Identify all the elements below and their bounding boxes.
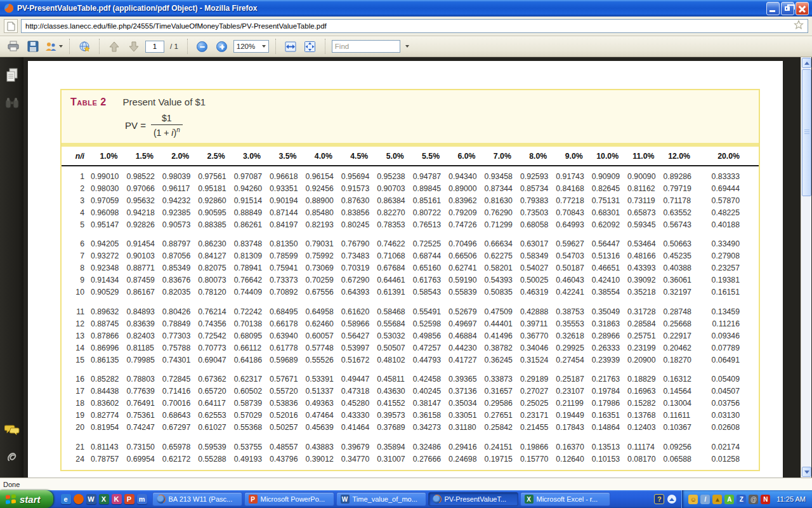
internet-explorer-icon[interactable]: e [61,494,71,504]
value-cell: 0.97066 [126,182,162,194]
fit-width-button[interactable] [282,38,299,55]
value-cell: 0.33873 [484,366,520,385]
value-cell: 0.69444 [699,182,759,194]
fit-page-button[interactable] [302,38,318,55]
keys-icon[interactable]: K [112,494,122,504]
taskbar-task-button[interactable]: PV-PresentValueT... [428,492,518,506]
tray-clock[interactable]: 11:25 AM [776,495,806,503]
value-cell: 0.92826 [126,218,162,231]
find-input[interactable] [335,43,397,50]
excel-icon[interactable]: X [99,494,109,504]
scroll-up-arrow[interactable] [802,58,811,68]
collaborate-button[interactable] [44,38,63,55]
firefox-icon[interactable] [74,494,84,504]
value-cell: 0.92593 [520,166,556,183]
value-cell: 0.57748 [305,342,341,354]
formula-lhs: PV = [125,120,146,131]
value-cell: 0.70843 [556,206,591,218]
zoom-in-button[interactable] [214,38,230,55]
present-value-table: n/i1.0%1.5%2.0%2.5%3.0%3.5%4.0%4.5%5.0%5… [62,147,759,465]
value-cell: 0.70773 [198,342,233,354]
tool-tray-icon[interactable]: / [700,495,710,504]
value-cell: 0.94205 [91,231,126,250]
value-cell: 0.27027 [520,385,556,398]
value-cell: 0.37136 [449,385,484,398]
value-cell: 0.65160 [413,262,449,274]
find-box[interactable] [332,40,400,53]
help-tray-icon[interactable]: ? [654,494,664,504]
binoculars-panel-icon[interactable] [0,93,23,114]
value-cell: 0.16151 [699,286,759,298]
value-cell: 0.43330 [341,410,377,422]
n-tray-icon[interactable]: N [761,495,770,504]
taskbar-task-button[interactable]: XMicrosoft Excel - r... [520,492,610,506]
value-cell: 0.46043 [556,274,591,286]
shield-tray-icon[interactable]: ▲ [712,495,722,504]
value-cell: 0.35553 [556,318,591,330]
value-cell: 0.74247 [126,422,162,434]
print-button[interactable] [5,38,22,55]
scrollbar-thumb[interactable] [802,69,811,196]
period-cell: 6 [62,231,91,250]
msn-icon[interactable]: m [137,494,147,504]
value-cell: 0.39679 [341,434,377,453]
taskbar-task-button[interactable]: PMicrosoft PowerPo... [244,492,334,506]
pages-panel-icon[interactable] [0,65,23,86]
start-button[interactable]: start [0,490,53,508]
pdf-page: Table 2 Present Value of $1 PV = $1 (1 +… [28,61,783,478]
z-tray-icon[interactable]: Z [737,495,746,504]
column-header: 1.5% [126,147,162,166]
comments-panel-icon[interactable] [0,419,23,441]
table-title: Present Value of $1 [123,97,206,107]
value-cell: 0.88385 [198,218,233,231]
zoom-out-button[interactable] [194,38,211,55]
next-page-button[interactable] [126,38,142,55]
close-button[interactable] [796,2,809,15]
minimize-button[interactable] [766,2,780,15]
taskbar-task-button[interactable]: WTime_value_of_mo... [336,492,426,506]
value-cell: 0.78757 [91,453,126,465]
scroll-down-arrow[interactable] [802,467,811,477]
value-cell: 0.88849 [234,206,270,218]
restore-button[interactable] [781,2,794,15]
save-button[interactable] [25,38,41,55]
web-button[interactable] [76,38,93,55]
previous-page-button[interactable] [106,38,122,55]
collaborate-dropdown-caret[interactable] [59,45,63,48]
find-dropdown-caret[interactable] [405,45,409,48]
attachments-paperclip-icon[interactable] [0,447,23,469]
zoom-level-select[interactable]: 120% [233,40,269,53]
column-header: 2.5% [198,147,233,166]
value-cell: 0.33490 [699,231,759,250]
url-field[interactable]: http://classes.lanecc.edu/file.php/24555… [21,19,808,33]
value-cell: 0.54027 [520,262,556,274]
page-number-input[interactable] [145,41,164,53]
taskbar-task-button[interactable]: BA 213 W11 (Pasc... [152,492,242,506]
value-cell: 0.74301 [162,354,198,366]
value-cell: 0.15770 [520,453,556,465]
value-cell: 0.42241 [556,286,591,298]
value-cell: 0.15282 [627,398,663,410]
value-cell: 0.90703 [377,182,412,194]
value-cell: 0.23107 [556,385,591,398]
value-cell: 0.86167 [126,286,162,298]
value-cell: 0.81143 [91,434,126,453]
swirl-tray-icon[interactable]: @ [749,495,758,504]
value-cell: 0.14564 [664,385,700,398]
value-cell: 0.64958 [305,298,341,318]
column-header: n/i [62,147,91,166]
value-cell: 0.03756 [699,398,759,410]
smiley-tray-icon[interactable]: ☺ [688,495,698,504]
vertical-scrollbar[interactable] [801,57,811,478]
value-cell: 0.41552 [377,398,412,410]
powerpoint-icon[interactable]: P [124,494,134,504]
hide-icons-chevron[interactable] [667,495,676,504]
bookmark-star-icon[interactable] [794,20,804,32]
firefox-logo-icon [4,3,14,13]
green-a-tray-icon[interactable]: A [724,495,734,504]
word-icon[interactable]: W [86,494,96,504]
url-text[interactable]: http://classes.lanecc.edu/file.php/24555… [25,22,790,30]
value-cell: 0.37689 [377,422,412,434]
value-cell: 0.79209 [449,206,484,218]
zoom-dropdown-caret[interactable] [262,45,266,48]
